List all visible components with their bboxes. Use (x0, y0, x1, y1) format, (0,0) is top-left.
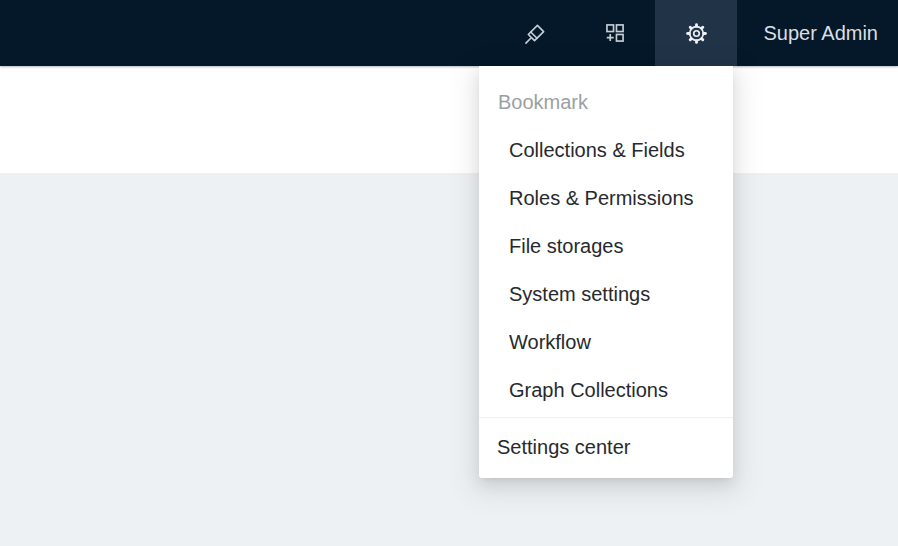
menu-item-graph-collections[interactable]: Graph Collections (479, 366, 733, 414)
menu-item-workflow[interactable]: Workflow (479, 318, 733, 366)
settings-gear-icon (685, 22, 708, 45)
menu-item-settings-center[interactable]: Settings center (479, 422, 733, 472)
highlight-mode-button[interactable] (495, 0, 575, 66)
highlighter-icon (524, 22, 547, 45)
settings-dropdown-menu: Bookmark Collections & Fields Roles & Pe… (479, 66, 733, 478)
menu-group-title-bookmark: Bookmark (479, 78, 733, 126)
settings-menu-button[interactable] (655, 0, 737, 66)
menu-item-system-settings[interactable]: System settings (479, 270, 733, 318)
menu-divider (479, 417, 733, 418)
top-navbar: Super Admin (0, 0, 898, 66)
page-header-area (0, 66, 898, 173)
menu-item-file-storages[interactable]: File storages (479, 222, 733, 270)
menu-item-roles-permissions[interactable]: Roles & Permissions (479, 174, 733, 222)
ui-editor-button[interactable] (575, 0, 655, 66)
user-menu[interactable]: Super Admin (737, 0, 898, 66)
ui-editor-plus-grid-icon (604, 22, 626, 44)
user-name-label: Super Admin (763, 22, 878, 45)
menu-item-collections-fields[interactable]: Collections & Fields (479, 126, 733, 174)
screen: Super Admin Bookmark Collections & Field… (0, 0, 898, 546)
